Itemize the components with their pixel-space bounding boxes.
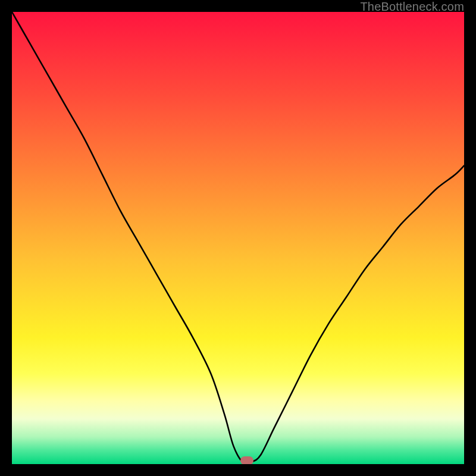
watermark-text: TheBottleneck.com [360,0,464,14]
bottleneck-curve [12,12,464,464]
plot-area [12,12,464,464]
optimum-marker [240,456,253,464]
chart-frame: TheBottleneck.com [0,0,476,476]
